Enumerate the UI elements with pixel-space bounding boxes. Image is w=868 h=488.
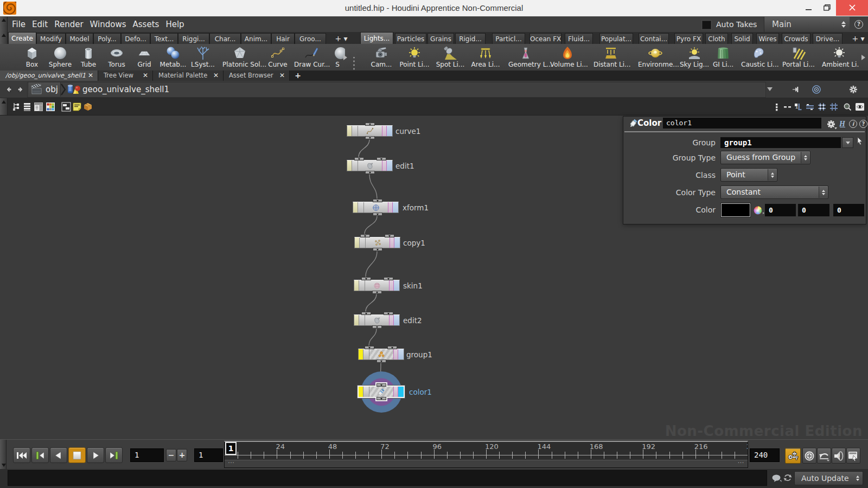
close-tab-icon[interactable]: ✕ [279, 70, 285, 81]
group-select-arrow-icon[interactable] [856, 136, 864, 148]
lock-flag[interactable] [352, 160, 358, 171]
info-icon[interactable]: i [849, 120, 857, 128]
playhead[interactable]: 1 [225, 442, 237, 455]
next-keyframe-button[interactable] [105, 447, 123, 463]
shelf-overflow-left-icon[interactable] [343, 55, 347, 60]
node-output[interactable] [365, 136, 375, 139]
pane-tab[interactable]: Tree View ✕ [98, 70, 153, 81]
grid-lines-icon[interactable] [829, 102, 839, 112]
shelf-tool[interactable]: Volume Li... [550, 45, 585, 70]
shelf-tab[interactable]: Groo... [295, 33, 326, 44]
shelf-tab[interactable]: Rigid... [455, 33, 486, 44]
color-g-field[interactable]: 0 [798, 204, 829, 216]
pane-tab[interactable]: /obj/geoo_univalve_shell1 ✕ [0, 70, 98, 81]
display-flag[interactable] [398, 387, 404, 397]
shelf-tool[interactable]: Point Li... [397, 45, 432, 70]
breadcrumb-context[interactable]: obj [29, 82, 61, 97]
zoom-icon[interactable] [843, 102, 852, 112]
start-frame-field[interactable]: 1 [130, 448, 164, 462]
node-name-field[interactable]: color1 [663, 118, 821, 129]
display-flag[interactable] [387, 160, 392, 171]
shelf-tab[interactable]: Anim... [241, 33, 271, 44]
shelf-tool[interactable]: Ambient Li. [822, 45, 857, 70]
lock-flag[interactable] [359, 280, 365, 291]
network-note-icon[interactable] [72, 102, 82, 112]
shelf-tool[interactable]: Platonic Sol... [222, 45, 257, 70]
shelf-tool[interactable]: S [320, 45, 355, 70]
node-copy1[interactable]: copy1 [354, 237, 400, 248]
increment-frame-button[interactable]: + [177, 449, 187, 461]
help-icon[interactable]: ? [854, 20, 863, 29]
shelf-tool[interactable]: Environme... [638, 45, 673, 70]
lock-flag[interactable] [360, 237, 366, 248]
shelf-tab[interactable]: Poly... [93, 33, 121, 44]
question-icon[interactable]: ? [859, 120, 867, 128]
display-flag[interactable] [398, 349, 404, 359]
gear-icon[interactable] [826, 119, 838, 132]
close-tab-icon[interactable]: ✕ [213, 70, 219, 81]
take-selector[interactable]: Main [764, 17, 850, 32]
bypass-flag[interactable] [382, 126, 387, 136]
node-output[interactable] [372, 291, 382, 294]
shelf-tool[interactable]: Caustic Li... [741, 45, 776, 70]
timeline-scrollbar[interactable]: … … [225, 460, 748, 467]
node-body[interactable] [364, 202, 388, 213]
display-flag[interactable] [394, 237, 400, 248]
shelf-tab[interactable]: Text... [150, 33, 178, 44]
node-output[interactable] [373, 213, 382, 216]
timeline-ruler[interactable]: 24487296120144168192216240 1 … … [224, 441, 748, 468]
shelf-tab[interactable]: Ocean FX [529, 33, 561, 44]
color-node-icon[interactable] [628, 119, 639, 131]
menubar-edge-strip[interactable] [0, 17, 8, 32]
undo-motion-button[interactable] [817, 448, 831, 464]
node-body[interactable] [365, 280, 389, 291]
take-selector-spinner-icon[interactable] [839, 17, 848, 32]
color-type-select[interactable]: Constant [720, 185, 828, 199]
color-swatch[interactable] [721, 203, 750, 217]
snap-dots-icon[interactable] [774, 102, 780, 112]
shelf-tab[interactable]: Model [66, 33, 93, 44]
shelf-tab[interactable]: Lights... [360, 32, 393, 44]
shelf-tool[interactable]: Area Li... [468, 45, 503, 70]
audio-button[interactable]: ♪ [832, 448, 846, 464]
shelf-tool[interactable]: Curve [260, 45, 295, 70]
shelf-tab[interactable]: Defo... [121, 33, 150, 44]
network-box-icon[interactable] [83, 102, 93, 112]
shelf-tab[interactable]: Grains [427, 33, 454, 44]
shelf-tab[interactable]: Wires [756, 33, 779, 44]
node-body[interactable] [358, 126, 382, 136]
pane-tab[interactable]: Asset Browser ✕ [224, 70, 290, 81]
shelf-tab[interactable]: Populat... [599, 33, 633, 44]
node-body[interactable] [369, 387, 393, 397]
node-output[interactable] [376, 397, 386, 400]
network-list-icon[interactable] [23, 102, 31, 112]
message-bubble-icon[interactable] [771, 474, 782, 485]
maximize-button[interactable] [815, 0, 839, 16]
class-select[interactable]: Point [720, 168, 777, 182]
bypass-flag[interactable] [389, 315, 394, 325]
node-edit2[interactable]: edit2 [354, 314, 400, 326]
shelf-tool[interactable]: Geometry L... [508, 45, 543, 70]
overview-eye-icon[interactable] [855, 102, 865, 112]
node-output[interactable] [373, 248, 382, 251]
shelf-tab[interactable]: Fluid... [565, 33, 593, 44]
menu-item[interactable]: File [9, 17, 29, 32]
scope-channels-button[interactable] [802, 448, 816, 464]
lock-flag[interactable] [363, 387, 369, 397]
node-output[interactable] [376, 359, 386, 363]
shelf-tab[interactable]: Cloth [705, 33, 728, 44]
menu-item[interactable]: Edit [29, 17, 51, 32]
network-badges-icon[interactable] [61, 102, 71, 112]
shelf-tool[interactable]: LSyst... [186, 45, 220, 70]
display-flag[interactable] [387, 126, 392, 136]
shelf-add-tab-right[interactable]: + ▾ [849, 33, 867, 44]
shelf-tab[interactable]: Solid [731, 33, 753, 44]
stop-button[interactable] [68, 447, 86, 463]
auto-key-button[interactable] [785, 448, 801, 464]
lock-flag[interactable] [352, 126, 358, 136]
menu-item[interactable]: Help [162, 17, 187, 32]
node-edit1[interactable]: edit1 [347, 160, 393, 171]
snap-lines-icon[interactable] [805, 102, 815, 112]
forward-icon[interactable] [16, 85, 25, 94]
shelf-tool[interactable]: Distant Li... [593, 45, 628, 70]
